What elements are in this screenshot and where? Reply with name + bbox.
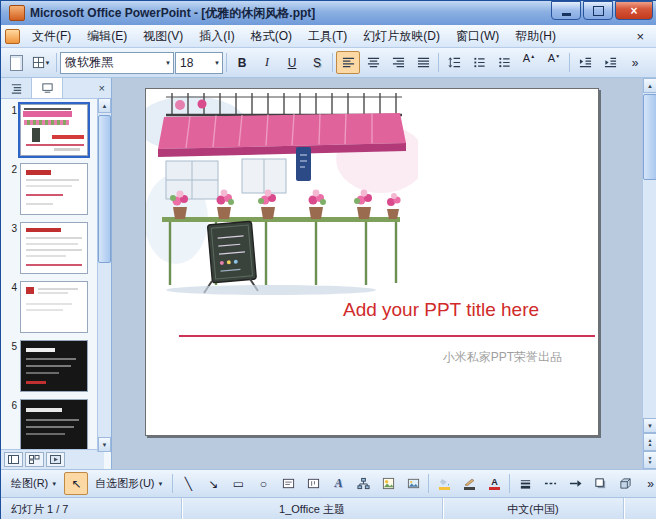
underline-button[interactable]: U <box>280 51 304 74</box>
autoshapes-menu-button[interactable]: 自选图形(U) ▼ <box>89 473 169 494</box>
menu-item-edit[interactable]: 编辑(E) <box>79 26 135 47</box>
bold-button[interactable]: B <box>230 51 254 74</box>
menu-item-slideshow[interactable]: 幻灯片放映(D) <box>355 26 448 47</box>
vertical-text-box-button[interactable] <box>301 472 325 495</box>
menu-item-file[interactable]: 文件(F) <box>24 26 79 47</box>
scrollbar-track[interactable] <box>643 93 656 418</box>
font-color-button[interactable]: A <box>482 472 506 495</box>
slide-thumbnail-3[interactable]: 3 <box>5 222 96 274</box>
scrollbar-thumb[interactable] <box>643 94 656 180</box>
text-box-button[interactable] <box>276 472 300 495</box>
slide-canvas[interactable]: Add your PPT title here 小米私家PPT荣誉出品 <box>145 88 599 436</box>
increase-font-size-button[interactable]: A ▲ <box>517 51 541 74</box>
align-center-button[interactable] <box>361 51 385 74</box>
new-slide-button[interactable] <box>4 51 28 74</box>
table-icon <box>32 56 45 69</box>
pointer-icon: ↖ <box>71 478 81 490</box>
vertical-scrollbar[interactable]: ▲ ▼ ▲ ▲ ▼ ▼ <box>642 78 656 469</box>
insert-picture-button[interactable] <box>401 472 425 495</box>
clip-art-button[interactable] <box>376 472 400 495</box>
slide-sorter-view-button[interactable] <box>25 452 44 467</box>
diagram-button[interactable] <box>351 472 375 495</box>
maximize-button[interactable] <box>583 1 613 20</box>
thumbnail-preview <box>20 281 88 333</box>
line-tool-button[interactable]: ╲ <box>176 472 200 495</box>
slide-number: 1 <box>5 104 17 156</box>
slideshow-view-button[interactable] <box>46 452 65 467</box>
wordart-button[interactable]: A <box>326 472 350 495</box>
menu-item-view[interactable]: 视图(V) <box>135 26 191 47</box>
slide-thumbnail-2[interactable]: 2 <box>5 163 96 215</box>
next-slide-button[interactable]: ▼ ▼ <box>643 451 656 469</box>
line-color-icon <box>464 478 475 486</box>
dash-style-button[interactable] <box>538 472 562 495</box>
slide-thumbnail-4[interactable]: 4 <box>5 281 96 333</box>
slide-thumbnail-5[interactable]: 5 <box>5 340 96 392</box>
slide-subtitle-text[interactable]: 小米私家PPT荣誉出品 <box>443 349 562 366</box>
scrollbar-thumb[interactable] <box>98 115 111 263</box>
minimize-button[interactable] <box>551 1 581 20</box>
insert-table-button[interactable]: ▼ <box>29 51 53 74</box>
line-spacing-button[interactable] <box>442 51 466 74</box>
close-button[interactable]: × <box>615 1 653 20</box>
menu-item-insert[interactable]: 插入(I) <box>191 26 242 47</box>
panel-scrollbar[interactable]: ▲ ▼ <box>97 98 111 452</box>
document-icon <box>5 29 20 44</box>
arrow-tool-button[interactable]: ↘ <box>201 472 225 495</box>
slide-title-text[interactable]: Add your PPT title here <box>296 299 586 321</box>
normal-view-button[interactable] <box>4 452 23 467</box>
justify-button[interactable] <box>411 51 435 74</box>
align-left-button[interactable] <box>336 51 360 74</box>
overflow-icon: » <box>647 478 654 490</box>
toolbar-options-button[interactable]: » <box>623 51 647 74</box>
bullet-list-button[interactable] <box>492 51 516 74</box>
menu-item-tools[interactable]: 工具(T) <box>300 26 355 47</box>
rectangle-tool-button[interactable]: ▭ <box>226 472 250 495</box>
decrease-font-size-button[interactable]: A ▼ <box>542 51 566 74</box>
font-size-value: 18 <box>180 56 211 70</box>
scroll-up-button[interactable]: ▲ <box>643 78 656 93</box>
increase-indent-button[interactable] <box>598 51 622 74</box>
oval-tool-button[interactable]: ○ <box>251 472 275 495</box>
line-style-button[interactable] <box>513 472 537 495</box>
document-close-button[interactable]: × <box>627 29 653 44</box>
letter-a-icon: A <box>548 52 555 64</box>
select-objects-button[interactable]: ↖ <box>64 472 88 495</box>
shadow-style-button[interactable] <box>588 472 612 495</box>
powerpoint-app-icon <box>9 5 25 21</box>
panel-close-button[interactable]: × <box>93 78 111 98</box>
previous-slide-button[interactable]: ▲ ▲ <box>643 433 656 451</box>
toolbar-separator <box>509 474 510 493</box>
slide-editing-area: Add your PPT title here 小米私家PPT荣誉出品 <box>112 78 642 469</box>
italic-button[interactable]: I <box>255 51 279 74</box>
slide-thumbnail-6[interactable]: 6 <box>5 399 96 449</box>
tab-outline[interactable] <box>1 78 32 98</box>
drawbar-options-button[interactable]: » <box>638 472 656 495</box>
scrollbar-track[interactable] <box>98 113 111 437</box>
slide-indicator: 幻灯片 1 / 7 <box>1 498 182 519</box>
scroll-down-button[interactable]: ▼ <box>643 418 656 433</box>
status-bar: 幻灯片 1 / 7 1_Office 主题 中文(中国) <box>1 497 656 519</box>
language-indicator[interactable]: 中文(中国) <box>443 498 624 519</box>
text-shadow-button[interactable]: S <box>305 51 329 74</box>
scroll-up-button[interactable]: ▲ <box>98 98 111 113</box>
dash-style-icon <box>544 477 557 490</box>
font-size-combo[interactable]: 18 ▼ <box>175 52 223 74</box>
menu-item-window[interactable]: 窗口(W) <box>448 26 507 47</box>
fill-color-button[interactable] <box>432 472 456 495</box>
threed-style-button[interactable] <box>613 472 637 495</box>
menu-item-format[interactable]: 格式(O) <box>243 26 300 47</box>
decrease-indent-button[interactable] <box>573 51 597 74</box>
menu-item-help[interactable]: 帮助(H) <box>507 26 564 47</box>
tab-slides[interactable] <box>32 78 63 98</box>
slide-thumbnail-1[interactable]: 1 <box>5 104 96 156</box>
cafe-illustration <box>146 89 418 295</box>
numbered-list-button[interactable] <box>467 51 491 74</box>
dropdown-icon: ▼ <box>214 60 220 66</box>
line-color-button[interactable] <box>457 472 481 495</box>
scroll-down-button[interactable]: ▼ <box>98 437 111 452</box>
draw-menu-button[interactable]: 绘图(R) ▼ <box>5 473 63 494</box>
arrow-style-button[interactable] <box>563 472 587 495</box>
font-name-combo[interactable]: 微软雅黑 ▼ <box>60 52 174 74</box>
align-right-button[interactable] <box>386 51 410 74</box>
